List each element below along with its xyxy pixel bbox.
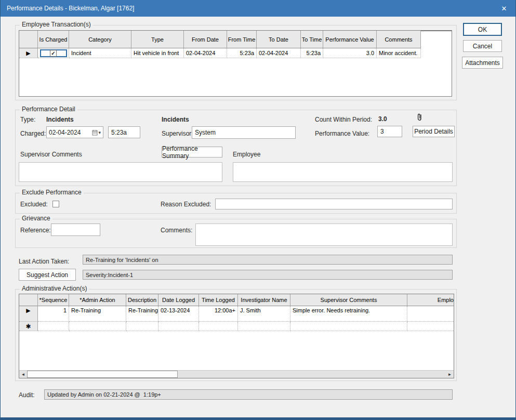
col-to-time[interactable]: To Time (301, 31, 323, 48)
new-row-cell (69, 322, 126, 331)
horizontal-scrollbar[interactable]: ◄ ► (19, 370, 454, 378)
col-admin-action[interactable]: *Admin Action (69, 294, 126, 306)
admin-supervisor-comments-cell[interactable]: Simple error. Needs retraining. (290, 306, 407, 322)
col-date-logged[interactable]: Date Logged (158, 294, 199, 306)
count-within-period-value: 3.0 (378, 115, 387, 123)
charged-time-field[interactable]: 5:23a (108, 126, 140, 138)
performance-details-dialog: Performance Details - Bickelman, Algar [… (0, 0, 516, 420)
period-details-button[interactable]: Period Details (413, 126, 455, 137)
scroll-left-icon[interactable]: ◄ (19, 371, 27, 378)
grievance-group-label: Grievance (20, 215, 52, 222)
type-cell[interactable]: Hit vehicle in front (131, 48, 184, 58)
supervisor-comments-textarea[interactable] (19, 162, 222, 182)
description-cell[interactable]: Re-Training (126, 306, 158, 322)
supervisor-input[interactable] (192, 126, 296, 139)
col-supervisor-comments[interactable]: Supervisor Comments (290, 294, 407, 306)
col-description[interactable]: Description (126, 294, 158, 306)
cancel-button[interactable]: Cancel (463, 40, 502, 52)
new-row-cell (238, 322, 290, 331)
reference-input[interactable] (51, 224, 100, 236)
admin-action-cell[interactable]: Re-Training (69, 306, 126, 322)
from-time-cell[interactable]: 5:23a (227, 48, 257, 58)
reason-excluded-label: Reason Excluded: (161, 201, 211, 208)
from-date-cell[interactable]: 02-04-2024 (184, 48, 227, 58)
col-sequence[interactable]: *Sequence (38, 294, 69, 306)
col-from-date[interactable]: From Date (184, 31, 227, 48)
transactions-selector-header (19, 31, 38, 48)
scrollbar-thumb[interactable] (27, 371, 178, 378)
grievance-comments-textarea[interactable] (195, 224, 453, 246)
transactions-header-row: Is Charged Category Type From Date From … (19, 31, 452, 48)
performance-summary-button[interactable]: Performance Summary (162, 147, 222, 158)
charged-label: Charged: (20, 130, 46, 137)
dialog-title: Performance Details - Bickelman, Algar [… (1, 5, 134, 12)
calendar-icon (92, 129, 98, 136)
investigator-name-cell[interactable]: J. Smith (238, 306, 290, 322)
col-from-time[interactable]: From Time (227, 31, 257, 48)
audit-field: Updated by Admin on 02-21-2024 @ 1:19p+ (44, 389, 453, 400)
col-comments[interactable]: Comments (377, 31, 421, 48)
close-icon[interactable]: ✕ (493, 0, 515, 17)
new-row-cell (290, 322, 407, 331)
excluded-checkbox[interactable] (52, 201, 59, 207)
performance-value-cell[interactable]: 3.0 (323, 48, 377, 58)
new-row-cell (158, 322, 199, 331)
is-charged-cell[interactable]: ✓ (38, 48, 69, 58)
administrative-actions-grid[interactable]: *Sequence *Admin Action Description Date… (19, 294, 454, 378)
to-time-cell[interactable]: 5:23a (301, 48, 323, 58)
title-bar: Performance Details - Bickelman, Algar [… (1, 0, 515, 17)
admin-new-row[interactable]: ✱ (19, 322, 454, 331)
col-type[interactable]: Type (131, 31, 184, 48)
charged-date-value: 02-04-2024 (49, 129, 92, 136)
employee-comments-textarea[interactable] (233, 162, 453, 182)
count-within-period-label: Count Within Period: (315, 116, 372, 123)
col-performance-value[interactable]: Performance Value (323, 31, 377, 48)
administrative-actions-group-label: Administrative Action(s) (20, 285, 89, 292)
charged-date-picker[interactable]: 02-04-2024 ▾ (46, 126, 103, 138)
sequence-cell[interactable]: 1 (38, 306, 69, 322)
reason-excluded-input[interactable] (215, 199, 453, 209)
employee-transactions-group-label: Employee Transaction(s) (20, 21, 93, 28)
transactions-row-filler (421, 48, 452, 58)
attachments-button[interactable]: Attachments (462, 57, 503, 69)
admin-header-row: *Sequence *Admin Action Description Date… (19, 294, 454, 306)
dropdown-arrow-icon: ▾ (98, 130, 101, 135)
type-label: Type: (20, 116, 35, 123)
new-row-cell (126, 322, 158, 331)
time-logged-cell[interactable]: 12:00a+ (199, 306, 238, 322)
new-row-cell (407, 322, 454, 331)
exclude-performance-group-label: Exclude Performance (20, 189, 84, 196)
admin-row-selector-icon[interactable]: ▶ (19, 306, 38, 322)
reference-label: Reference: (20, 227, 51, 234)
new-row-icon[interactable]: ✱ (19, 322, 38, 331)
type-value: Incidents (46, 116, 74, 123)
col-is-charged[interactable]: Is Charged (38, 31, 69, 48)
suggest-action-button[interactable]: Suggest Action (19, 269, 76, 281)
col-category[interactable]: Category (69, 31, 131, 48)
is-charged-checkbox[interactable]: ✓ (50, 50, 57, 57)
calendar-dropdown[interactable]: ▾ (92, 129, 101, 136)
col-investigator-name[interactable]: Investigator Name (238, 294, 290, 306)
paperclip-icon[interactable] (417, 113, 422, 123)
performance-value-input[interactable] (377, 126, 402, 137)
category-value: Incidents (162, 116, 189, 123)
ok-button[interactable]: OK (463, 23, 502, 36)
to-date-cell[interactable]: 02-04-2024 (257, 48, 301, 58)
date-logged-cell[interactable]: 02-13-2024 (158, 306, 199, 322)
grievance-comments-label: Comments: (161, 227, 192, 234)
row-selector-icon[interactable]: ▶ (19, 48, 38, 58)
comments-cell[interactable]: Minor accident. (377, 48, 421, 58)
last-action-taken-field: Re-Training for 'Incidents' on (83, 255, 453, 265)
col-to-date[interactable]: To Date (257, 31, 301, 48)
scroll-right-icon[interactable]: ► (446, 371, 454, 378)
transactions-header-filler (421, 31, 452, 48)
transaction-row[interactable]: ▶ ✓ Incident Hit vehicle in front 02-04-… (19, 48, 452, 58)
col-employee-comments[interactable]: Emplo (407, 294, 454, 306)
admin-employee-comments-cell[interactable] (407, 306, 454, 322)
col-time-logged[interactable]: Time Logged (199, 294, 238, 306)
category-cell[interactable]: Incident (69, 48, 131, 58)
admin-action-row[interactable]: ▶ 1 Re-Training Re-Training 02-13-2024 1… (19, 306, 454, 322)
employee-transactions-grid[interactable]: Is Charged Category Type From Date From … (19, 30, 452, 97)
excluded-label: Excluded: (20, 201, 48, 208)
new-row-cell (199, 322, 238, 331)
